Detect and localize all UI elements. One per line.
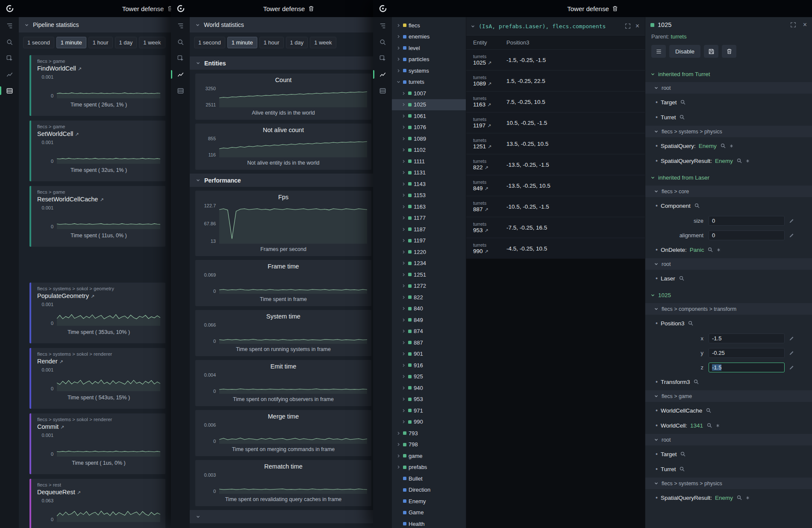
tree-item-822[interactable]: 822 [392,292,466,303]
parent-link[interactable]: turrets [671,33,687,40]
query-result-row[interactable]: turrets887↗-10.5, -0.25, -1.5 [466,196,645,217]
disable-button[interactable]: Disable [669,45,700,58]
search-icon[interactable] [737,158,742,163]
stat-name-link[interactable]: SetWorldCell↗ [37,130,160,137]
chevron-right-icon[interactable] [401,238,406,243]
flecs-logo-icon[interactable] [176,4,185,13]
entity-id-link[interactable]: 887↗ [473,206,506,212]
chevron-right-icon[interactable] [401,182,406,186]
table-icon[interactable] [0,83,19,98]
component-value[interactable]: Panic [690,247,704,253]
inspector-icon[interactable] [171,50,190,66]
chevron-right-icon[interactable] [401,215,406,220]
search-icon[interactable] [680,100,685,105]
tree-item-798[interactable]: 798 [392,439,466,451]
chevron-right-icon[interactable] [396,34,401,39]
tree-item-940[interactable]: 940 [392,382,466,394]
tree-item-1234[interactable]: 1234 [392,258,466,269]
tree-item-1143[interactable]: 1143 [392,178,466,190]
chevron-right-icon[interactable] [401,386,406,390]
trash-icon[interactable] [612,6,618,12]
entity-id-link[interactable]: 1251↗ [473,143,506,150]
search-icon[interactable] [373,34,392,50]
tree-item-953[interactable]: 953 [392,394,466,405]
tree-item-1025[interactable]: 1025 [392,99,466,111]
tree-item-level[interactable]: level [392,42,466,54]
search-icon[interactable] [707,423,712,428]
chevron-right-icon[interactable] [401,114,406,118]
tree-item-flecs[interactable]: flecs [392,20,466,31]
tree-item-1187[interactable]: 1187 [392,224,466,235]
chevron-right-icon[interactable] [401,204,406,209]
tree-item-1007[interactable]: 1007 [392,88,466,99]
inspector-section-header[interactable]: 1025 [645,289,812,301]
inspector-section-header[interactable]: inherited from Laser [645,171,812,183]
time-button-1-day[interactable]: 1 day [286,37,308,48]
tree-item-1089[interactable]: 1089 [392,133,466,145]
tree-item-1272[interactable]: 1272 [392,280,466,292]
time-button-1-second[interactable]: 1 second [23,37,54,48]
chevron-right-icon[interactable] [396,46,401,50]
time-button-1-minute[interactable]: 1 minute [56,37,86,48]
tree-item-990[interactable]: 990 [392,416,466,428]
close-icon[interactable]: × [634,23,641,29]
time-button-1-hour[interactable]: 1 hour [88,37,113,48]
query-result-row[interactable]: turrets1089↗1.5, -0.25, 22.5 [466,70,645,91]
entity-id-link[interactable]: 1197↗ [473,122,506,129]
search-icon[interactable] [680,466,685,472]
time-button-1-day[interactable]: 1 day [115,37,137,48]
time-button-1-minute[interactable]: 1 minute [227,37,257,48]
chevron-right-icon[interactable] [401,261,406,265]
save-button[interactable] [704,45,718,58]
query-result-row[interactable]: turrets953↗-7.5, -0.25, 16.5 [466,217,645,238]
expand-icon[interactable] [625,23,631,29]
time-button-1-hour[interactable]: 1 hour [259,37,284,48]
module-path-header[interactable]: flecs > core [645,186,812,197]
entity-id-link[interactable]: 849↗ [473,185,506,192]
tree-item-1153[interactable]: 1153 [392,190,466,201]
entity-id-link[interactable]: 990↗ [473,248,506,254]
chevron-right-icon[interactable] [401,295,406,300]
tree-item-901[interactable]: 901 [392,348,466,360]
module-path-header[interactable]: flecs > systems > physics [645,478,812,489]
tree-item-turrets[interactable]: turrets [392,77,466,88]
tree-item-Direction[interactable]: Direction [392,484,466,496]
query-result-row[interactable]: turrets1251↗13.5, -0.25, 10.5 [466,133,645,154]
tree-item-Bullet[interactable]: Bullet [392,473,466,484]
tree-item-1163[interactable]: 1163 [392,201,466,212]
module-path-header[interactable]: root [645,434,812,445]
tree-item-925[interactable]: 925 [392,371,466,383]
search-icon[interactable] [679,276,684,281]
component-value[interactable]: Enemy [715,495,733,501]
time-button-1-week[interactable]: 1 week [310,37,336,48]
flecs-logo-icon[interactable] [5,4,15,13]
inspector-icon[interactable] [0,50,19,66]
tree-item-1076[interactable]: 1076 [392,122,466,133]
search-icon[interactable] [721,143,726,148]
star-icon[interactable] [746,159,750,163]
inspector-section-header[interactable]: inherited from Turret [645,68,812,80]
chevron-right-icon[interactable] [401,136,406,141]
flecs-logo-icon[interactable] [378,4,388,13]
tree-item-887[interactable]: 887 [392,337,466,348]
tree-item-1177[interactable]: 1177 [392,212,466,224]
tree-item-1131[interactable]: 1131 [392,167,466,179]
field-input-size[interactable]: 0 [709,216,785,226]
component-value[interactable]: 1341 [690,422,703,429]
time-button-1-second[interactable]: 1 second [194,37,225,48]
pencil-icon[interactable] [789,233,794,238]
chevron-right-icon[interactable] [396,465,401,469]
tree-icon[interactable] [0,18,19,33]
tree-item-1197[interactable]: 1197 [392,235,466,247]
chevron-right-icon[interactable] [401,306,406,311]
search-icon[interactable] [0,34,19,50]
chevron-right-icon[interactable] [401,250,406,254]
pencil-icon[interactable] [789,336,794,341]
chevron-right-icon[interactable] [396,454,401,458]
field-input-z[interactable]: -1.5 [709,363,785,372]
module-path-header[interactable]: flecs > components > transform [645,303,812,315]
time-button-1-week[interactable]: 1 week [139,37,165,48]
chevron-right-icon[interactable] [401,318,406,322]
search-icon[interactable] [688,321,693,326]
chevron-right-icon[interactable] [401,272,406,277]
